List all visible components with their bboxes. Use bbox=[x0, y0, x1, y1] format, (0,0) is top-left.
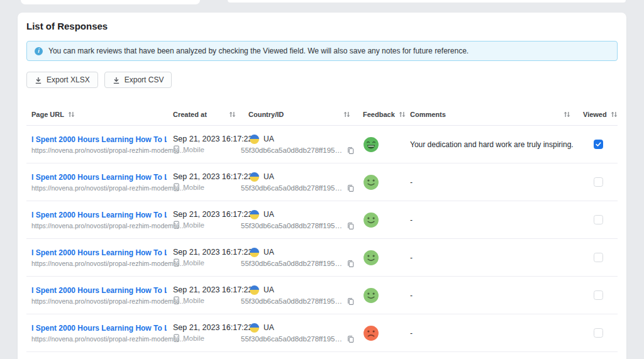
smile-face-icon bbox=[363, 250, 379, 266]
mobile-phone-icon bbox=[173, 296, 180, 305]
viewed-checkbox[interactable] bbox=[594, 177, 603, 187]
device-label: Mobile bbox=[183, 297, 204, 304]
export-csv-label: Export CSV bbox=[125, 75, 164, 84]
country-code: UA bbox=[264, 135, 274, 143]
column-header-comments[interactable]: Comments bbox=[402, 111, 575, 118]
response-id: 55f30db6ca5a0d8db278ff195… bbox=[241, 260, 342, 267]
download-icon bbox=[35, 77, 42, 84]
page-title-link[interactable]: I Spent 2000 Hours Learning How To Learn… bbox=[31, 173, 167, 182]
table-row: I Spent 2000 Hours Learning How To Learn… bbox=[26, 314, 618, 352]
export-xlsx-button[interactable]: Export XLSX bbox=[26, 72, 98, 88]
column-label: Viewed bbox=[583, 111, 607, 118]
info-banner-text: You can mark reviews that have been anal… bbox=[48, 47, 469, 55]
table-row: I Spent 2000 Hours Learning How To Learn… bbox=[26, 126, 618, 163]
page-title-link[interactable]: I Spent 2000 Hours Learning How To Learn… bbox=[31, 248, 167, 257]
responses-panel: List of Responses i You can mark reviews… bbox=[18, 13, 626, 359]
column-header-page-url[interactable]: Page URL bbox=[26, 111, 167, 118]
comment-text: - bbox=[410, 178, 413, 187]
column-header-created-at[interactable]: Created at bbox=[167, 111, 241, 118]
viewed-checkbox[interactable] bbox=[594, 140, 603, 149]
ukraine-flag-icon bbox=[250, 135, 259, 144]
column-label: Feedback bbox=[363, 111, 395, 118]
table-header: Page URL Created at Country/ID Feedback … bbox=[26, 103, 618, 126]
page-title-link[interactable]: I Spent 2000 Hours Learning How To Learn… bbox=[31, 135, 167, 144]
comment-text: - bbox=[410, 291, 413, 300]
page-url-text: https://novena.pro/novosti/propal-rezhim… bbox=[31, 222, 186, 229]
page-url-text: https://novena.pro/novosti/propal-rezhim… bbox=[31, 260, 186, 267]
download-icon bbox=[113, 77, 120, 84]
country-code: UA bbox=[264, 172, 274, 181]
comment-text: - bbox=[410, 253, 413, 262]
top-card-fragment-left bbox=[21, 0, 200, 4]
ukraine-flag-icon bbox=[250, 285, 259, 295]
info-banner: i You can mark reviews that have been an… bbox=[26, 41, 618, 61]
frown-face-icon bbox=[363, 325, 379, 341]
sort-icon[interactable] bbox=[343, 111, 350, 118]
copy-icon[interactable] bbox=[347, 260, 355, 268]
ukraine-flag-icon bbox=[250, 172, 259, 182]
ukraine-flag-icon bbox=[250, 210, 259, 219]
mobile-phone-icon bbox=[173, 258, 180, 267]
copy-icon[interactable] bbox=[347, 335, 355, 343]
page-title-link[interactable]: I Spent 2000 Hours Learning How To Learn… bbox=[31, 286, 167, 295]
device-label: Mobile bbox=[183, 184, 204, 191]
copy-icon[interactable] bbox=[347, 297, 355, 306]
export-csv-button[interactable]: Export CSV bbox=[104, 72, 172, 88]
page-url-text: https://novena.pro/novosti/propal-rezhim… bbox=[31, 297, 186, 305]
smile-face-icon bbox=[363, 287, 379, 304]
page-url-text: https://novena.pro/novosti/propal-rezhim… bbox=[31, 184, 186, 192]
mobile-phone-icon bbox=[173, 334, 180, 343]
copy-icon[interactable] bbox=[347, 222, 355, 230]
sort-icon[interactable] bbox=[611, 111, 618, 118]
copy-icon[interactable] bbox=[347, 184, 355, 192]
viewed-checkbox[interactable] bbox=[594, 215, 603, 224]
device-label: Mobile bbox=[183, 259, 204, 267]
sort-icon[interactable] bbox=[229, 111, 236, 118]
table-body: I Spent 2000 Hours Learning How To Learn… bbox=[26, 126, 618, 352]
country-code: UA bbox=[264, 248, 274, 257]
device-label: Mobile bbox=[183, 221, 204, 229]
response-id: 55f30db6ca5a0d8db278ff195… bbox=[241, 222, 342, 229]
export-xlsx-label: Export XLSX bbox=[47, 75, 90, 84]
table-row: I Spent 2000 Hours Learning How To Learn… bbox=[26, 277, 618, 314]
mobile-phone-icon bbox=[173, 145, 180, 154]
comment-text: Your dedication and hard work are truly … bbox=[410, 140, 574, 149]
smile-face-icon bbox=[363, 212, 379, 228]
response-id: 55f30db6ca5a0d8db278ff195… bbox=[241, 297, 342, 305]
sort-icon[interactable] bbox=[564, 111, 570, 118]
response-id: 55f30db6ca5a0d8db278ff195… bbox=[241, 184, 342, 192]
table-row: I Spent 2000 Hours Learning How To Learn… bbox=[26, 239, 618, 277]
viewed-checkbox[interactable] bbox=[594, 290, 603, 300]
column-header-country-id[interactable]: Country/ID bbox=[241, 111, 355, 118]
country-code: UA bbox=[264, 323, 274, 332]
page-title: List of Responses bbox=[26, 21, 618, 31]
table-row: I Spent 2000 Hours Learning How To Learn… bbox=[26, 201, 618, 239]
column-label: Comments bbox=[410, 111, 446, 118]
sort-icon[interactable] bbox=[68, 111, 75, 118]
column-header-viewed[interactable]: Viewed bbox=[575, 111, 618, 118]
export-toolbar: Export XLSX Export CSV bbox=[26, 72, 618, 88]
response-id: 55f30db6ca5a0d8db278ff195… bbox=[241, 335, 342, 343]
grin-face-icon bbox=[363, 136, 379, 153]
smile-face-icon bbox=[363, 174, 379, 191]
ukraine-flag-icon bbox=[250, 323, 259, 333]
column-label: Country/ID bbox=[248, 111, 284, 118]
device-label: Mobile bbox=[183, 334, 204, 342]
viewed-checkbox[interactable] bbox=[594, 328, 603, 338]
column-label: Created at bbox=[173, 111, 207, 118]
info-icon: i bbox=[35, 47, 43, 55]
column-header-feedback[interactable]: Feedback bbox=[355, 111, 402, 118]
response-id: 55f30db6ca5a0d8db278ff195… bbox=[241, 146, 342, 154]
comment-text: - bbox=[410, 329, 413, 338]
top-card-fragment-right bbox=[228, 0, 626, 3]
device-label: Mobile bbox=[183, 146, 204, 153]
country-code: UA bbox=[264, 285, 274, 294]
page-title-link[interactable]: I Spent 2000 Hours Learning How To Learn… bbox=[31, 211, 167, 219]
viewed-checkbox[interactable] bbox=[594, 253, 603, 262]
mobile-phone-icon bbox=[173, 221, 180, 229]
country-code: UA bbox=[264, 210, 274, 219]
copy-icon[interactable] bbox=[347, 146, 355, 155]
page-title-link[interactable]: I Spent 2000 Hours Learning How To Learn… bbox=[31, 324, 167, 333]
ukraine-flag-icon bbox=[250, 248, 259, 257]
page-url-text: https://novena.pro/novosti/propal-rezhim… bbox=[31, 146, 186, 154]
